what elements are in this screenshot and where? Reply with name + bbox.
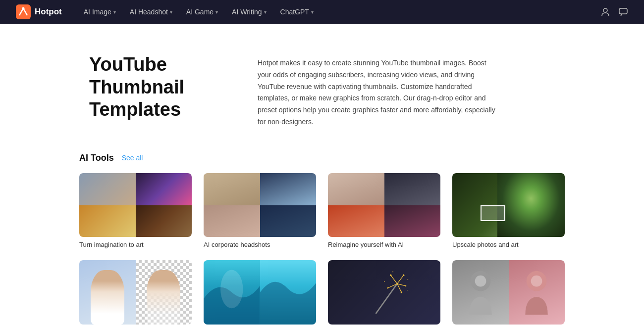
nav-ai-game[interactable]: AI Game ▾	[180, 5, 224, 19]
svg-point-14	[387, 287, 388, 289]
chevron-down-icon: ▾	[113, 9, 116, 15]
tool-label-headshots: AI corporate headshots	[204, 241, 316, 248]
main-nav: Hotpot AI Image ▾ AI Headshot ▾ AI Game …	[0, 0, 644, 24]
nav-links: AI Image ▾ AI Headshot ▾ AI Game ▾ AI Wr…	[78, 5, 600, 19]
svg-point-19	[407, 290, 408, 291]
user-icon[interactable]	[600, 7, 610, 17]
svg-point-23	[531, 276, 542, 287]
svg-point-17	[392, 272, 393, 273]
tool-card-writing[interactable]: Outsource writing tasks	[328, 260, 440, 326]
tool-label-reimagine: Reimagine yourself with AI	[328, 241, 440, 248]
chevron-down-icon: ▾	[170, 9, 172, 15]
svg-point-16	[407, 279, 408, 280]
page-title: YouTube Thumbnail Templates	[89, 53, 218, 121]
tool-card-upscale[interactable]: Upscale photos and art	[452, 173, 565, 249]
hero-right: Hotpot makes it easy to create stunning …	[258, 53, 555, 128]
tool-label-upscale: Upscale photos and art	[452, 241, 565, 248]
svg-point-12	[405, 285, 406, 287]
see-all-link[interactable]: See all	[122, 154, 143, 162]
svg-line-8	[390, 276, 397, 284]
tools-section: AI Tools See all Turn imagination to art	[0, 148, 644, 326]
tool-card-reimagine[interactable]: Reimagine yourself with AI	[328, 173, 440, 249]
hero-description: Hotpot makes it easy to create stunning …	[258, 57, 495, 128]
chevron-down-icon: ▾	[215, 9, 218, 15]
svg-line-6	[397, 276, 403, 284]
logo[interactable]: Hotpot	[16, 4, 62, 19]
svg-point-21	[475, 276, 486, 287]
nav-ai-writing[interactable]: AI Writing ▾	[226, 5, 272, 19]
tool-card-imagination[interactable]: Turn imagination to art	[79, 173, 192, 249]
svg-line-7	[397, 284, 405, 286]
tool-card-headshots[interactable]: AI corporate headshots	[204, 173, 316, 249]
hero-section: YouTube Thumbnail Templates Hotpot makes…	[0, 24, 644, 148]
svg-rect-3	[619, 8, 627, 14]
svg-point-15	[400, 292, 402, 293]
chat-icon[interactable]	[618, 7, 628, 17]
svg-point-18	[384, 281, 385, 282]
nav-right	[600, 7, 628, 17]
chevron-down-icon: ▾	[311, 9, 314, 15]
tool-card-remove-objects[interactable]: Remove objects	[204, 260, 316, 326]
svg-point-2	[603, 8, 607, 12]
section-title: AI Tools	[79, 153, 114, 163]
section-header: AI Tools See all	[79, 153, 565, 163]
hero-left: YouTube Thumbnail Templates	[89, 53, 218, 121]
svg-point-1	[22, 7, 25, 10]
svg-point-4	[220, 270, 243, 309]
svg-point-11	[403, 275, 404, 276]
chevron-down-icon: ▾	[264, 9, 267, 15]
svg-line-10	[397, 284, 401, 292]
tool-label-imagination: Turn imagination to art	[79, 241, 192, 248]
upscale-inset	[481, 205, 505, 221]
svg-rect-0	[16, 4, 31, 19]
tool-card-remove-bg[interactable]: Remove backgrounds	[79, 260, 192, 326]
svg-point-13	[390, 275, 391, 276]
nav-ai-image[interactable]: AI Image ▾	[78, 5, 122, 19]
svg-line-5	[376, 284, 397, 314]
nav-chatgpt[interactable]: ChatGPT ▾	[274, 5, 320, 19]
nav-ai-headshot[interactable]: AI Headshot ▾	[124, 5, 178, 19]
tools-grid: Turn imagination to art AI corporate hea…	[79, 173, 565, 326]
tool-card-colorize[interactable]: Colorize old photos	[452, 260, 565, 326]
